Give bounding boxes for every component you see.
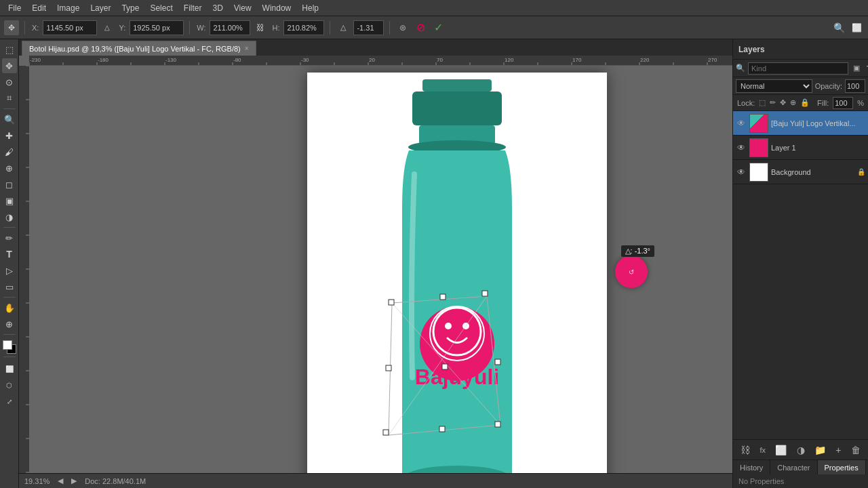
layer-item-logo[interactable]: 👁 [Baju Yuli] Logo Vertikal... bbox=[733, 111, 868, 136]
w-input[interactable] bbox=[210, 20, 250, 35]
tab-close-button[interactable]: × bbox=[245, 45, 249, 52]
hand-tool[interactable]: ✋ bbox=[2, 300, 17, 315]
layer-item-layer1[interactable]: 👁 Layer 1 bbox=[733, 136, 868, 160]
shape-tool[interactable]: ▭ bbox=[2, 279, 17, 294]
doc-info: Doc: 22.8M/40.1M bbox=[85, 477, 146, 485]
canvas-area: Botol Hijau.psd @ 19,3% ([Baju Yuli] Log… bbox=[19, 39, 732, 488]
layer-visibility-logo[interactable]: 👁 bbox=[736, 118, 747, 129]
ruler-v-canvas bbox=[19, 66, 30, 473]
menu-filter[interactable]: Filter bbox=[178, 2, 208, 14]
layers-search-bar: 🔍 ▣ T fx ◉ ⊞ bbox=[733, 60, 868, 77]
nav-arrow-right[interactable]: ▶ bbox=[71, 476, 77, 485]
tab-history[interactable]: History bbox=[733, 460, 770, 474]
layers-search-input[interactable] bbox=[748, 62, 848, 75]
tool-separator-3 bbox=[3, 297, 16, 298]
layer-group-btn[interactable]: 📁 bbox=[812, 443, 829, 457]
layer-item-background[interactable]: 👁 Background 🔒 bbox=[733, 160, 868, 184]
menu-select[interactable]: Select bbox=[144, 2, 178, 14]
layer-delete-btn[interactable]: 🗑 bbox=[848, 443, 863, 457]
layer-mask-btn[interactable]: ⬜ bbox=[772, 443, 789, 457]
pen-tool[interactable]: ✏ bbox=[2, 230, 17, 245]
tool-separator-4 bbox=[3, 334, 16, 335]
tool-separator-1 bbox=[3, 108, 16, 109]
svg-point-6 bbox=[430, 306, 484, 361]
type-tool[interactable]: T bbox=[2, 247, 17, 262]
blend-mode-select[interactable]: Normal bbox=[736, 79, 812, 93]
layer-visibility-background[interactable]: 👁 bbox=[736, 167, 747, 178]
svg-rect-15 bbox=[440, 294, 446, 300]
foreground-color-swatch[interactable] bbox=[3, 340, 12, 350]
eraser-tool[interactable]: ◻ bbox=[2, 177, 17, 192]
lock-artboard-icon[interactable]: ⊕ bbox=[790, 98, 796, 107]
search-icon[interactable]: 🔍 bbox=[831, 20, 846, 35]
layer-fx-btn[interactable]: fx bbox=[757, 445, 768, 455]
move-tool-icon[interactable]: ✥ bbox=[4, 20, 19, 35]
spot-heal-tool[interactable]: ✚ bbox=[2, 128, 17, 143]
brush-tool[interactable]: 🖌 bbox=[2, 144, 17, 159]
ruler-vertical bbox=[19, 66, 29, 473]
path-tool[interactable]: ▷ bbox=[2, 263, 17, 278]
right-panel: Layers 🔍 ▣ T fx ◉ ⊞ Normal Opacity: bbox=[732, 39, 868, 488]
y-input[interactable] bbox=[130, 20, 184, 35]
layer-type-icon[interactable]: ▣ bbox=[851, 63, 862, 73]
layers-blend-mode-row: Normal Opacity: bbox=[733, 77, 868, 95]
fullscreen-icon[interactable]: ⬜ bbox=[849, 20, 864, 35]
lock-transparent-icon[interactable]: ⬚ bbox=[759, 98, 766, 107]
dodge-tool[interactable]: ◑ bbox=[2, 209, 17, 224]
menu-layer[interactable]: Layer bbox=[85, 2, 116, 14]
menu-help[interactable]: Help bbox=[296, 2, 324, 14]
layer-visibility-layer1[interactable]: 👁 bbox=[736, 142, 747, 153]
eyedropper-tool[interactable]: 🔍 bbox=[2, 112, 17, 127]
menu-view[interactable]: View bbox=[229, 2, 257, 14]
menu-3d[interactable]: 3D bbox=[207, 2, 228, 14]
toolbar-separator-4 bbox=[389, 21, 390, 35]
svg-rect-14 bbox=[389, 300, 394, 305]
lock-pixels-icon[interactable]: ✏ bbox=[770, 98, 776, 107]
screen-mode-tool[interactable]: ⬡ bbox=[2, 378, 17, 392]
lasso-tool[interactable]: ⊙ bbox=[2, 75, 17, 89]
fill-input[interactable] bbox=[833, 97, 853, 109]
nav-arrow-left[interactable]: ◀ bbox=[58, 476, 63, 485]
w-label: W: bbox=[195, 24, 207, 32]
x-input[interactable] bbox=[43, 20, 97, 35]
move-tool[interactable]: ✥ bbox=[2, 58, 17, 73]
warp-icon[interactable]: ⊛ bbox=[395, 20, 410, 35]
canvas-display[interactable]: Bajuyuli bbox=[29, 66, 732, 473]
menu-image[interactable]: Image bbox=[52, 2, 85, 14]
layer-thumbnail-background bbox=[749, 163, 768, 182]
crop-tool[interactable]: ⌗ bbox=[2, 91, 17, 106]
selection-tool[interactable]: ⬚ bbox=[2, 42, 17, 57]
menu-type[interactable]: Type bbox=[116, 2, 144, 14]
canvas-wrapper: Bajuyuli bbox=[19, 66, 732, 473]
gradient-tool[interactable]: ▣ bbox=[2, 193, 17, 208]
extras-tool[interactable]: ⤢ bbox=[2, 394, 17, 409]
svg-rect-21 bbox=[439, 426, 445, 432]
menu-edit[interactable]: Edit bbox=[26, 2, 52, 14]
layer-adjustment-btn[interactable]: ◑ bbox=[794, 443, 808, 457]
clone-tool[interactable]: ⊕ bbox=[2, 161, 17, 176]
h-input[interactable] bbox=[283, 20, 324, 35]
color-swatches[interactable] bbox=[3, 340, 16, 354]
document-tab[interactable]: Botol Hijau.psd @ 19,3% ([Baju Yuli] Log… bbox=[22, 41, 256, 56]
tab-character[interactable]: Character bbox=[770, 460, 817, 474]
zoom-tool[interactable]: ⊕ bbox=[2, 317, 17, 331]
lock-position-icon[interactable]: ✥ bbox=[780, 98, 786, 107]
opacity-input[interactable] bbox=[845, 79, 865, 93]
layer-name-layer1: Layer 1 bbox=[771, 144, 865, 152]
search-icon: 🔍 bbox=[736, 64, 745, 73]
lock-all-icon[interactable]: 🔒 bbox=[800, 98, 810, 107]
angle-input[interactable] bbox=[353, 20, 384, 35]
layer-new-btn[interactable]: + bbox=[833, 443, 844, 457]
cancel-transform-icon[interactable]: ⊘ bbox=[413, 20, 428, 35]
quick-mask-tool[interactable]: ⬜ bbox=[2, 361, 17, 376]
layer-link-btn[interactable]: ⛓ bbox=[738, 443, 753, 457]
menu-window[interactable]: Window bbox=[257, 2, 297, 14]
link-icon[interactable]: ⛓ bbox=[253, 20, 268, 35]
menu-file[interactable]: File bbox=[3, 2, 26, 14]
tab-properties[interactable]: Properties bbox=[818, 460, 866, 474]
tools-panel: ⬚ ✥ ⊙ ⌗ 🔍 ✚ 🖌 ⊕ ◻ ▣ ◑ ✏ T ▷ ▭ ✋ ⊕ ⬜ ⬡ ⤢ bbox=[0, 39, 19, 488]
commit-transform-icon[interactable]: ✓ bbox=[431, 20, 446, 35]
svg-text:Bajuyuli: Bajuyuli bbox=[415, 365, 499, 389]
layer-text-icon[interactable]: T bbox=[865, 64, 868, 73]
svg-rect-1 bbox=[412, 92, 502, 125]
